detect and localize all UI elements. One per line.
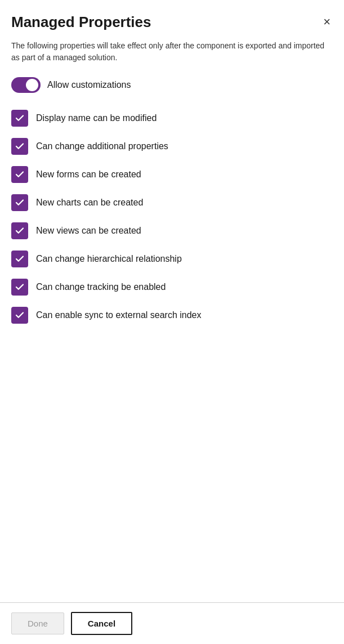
checkbox-label-1: Display name can be modified (36, 113, 157, 123)
checkbox-row: Can change additional properties (11, 132, 333, 160)
checkbox-row: New forms can be created (11, 160, 333, 189)
checkbox-row: Can change tracking be enabled (11, 273, 333, 301)
dialog-header: Managed Properties × (11, 14, 333, 31)
checkbox-row: Display name can be modified (11, 104, 333, 132)
checkbox-box-2[interactable] (11, 138, 28, 155)
close-button[interactable]: × (321, 14, 333, 30)
checkbox-box-4[interactable] (11, 194, 28, 211)
managed-properties-dialog: Managed Properties × The following prope… (0, 0, 344, 644)
checkbox-label-2: Can change additional properties (36, 141, 168, 151)
allow-customizations-toggle-row: Allow customizations (11, 77, 333, 93)
dialog-footer: Done Cancel (0, 602, 344, 644)
checkbox-box-3[interactable] (11, 166, 28, 183)
checkbox-label-3: New forms can be created (36, 169, 141, 180)
checkbox-box-1[interactable] (11, 110, 28, 127)
toggle-slider (11, 77, 41, 93)
cancel-button[interactable]: Cancel (71, 612, 132, 635)
done-button[interactable]: Done (11, 612, 64, 634)
checkbox-box-6[interactable] (11, 251, 28, 267)
allow-customizations-toggle[interactable] (11, 77, 41, 93)
checkbox-box-5[interactable] (11, 222, 28, 239)
checkbox-box-7[interactable] (11, 279, 28, 296)
checkbox-list: Display name can be modified Can change … (11, 104, 333, 329)
dialog-title: Managed Properties (11, 14, 151, 31)
checkbox-row: New charts can be created (11, 189, 333, 217)
checkbox-label-5: New views can be created (36, 226, 141, 236)
checkbox-row: Can change hierarchical relationship (11, 245, 333, 273)
checkbox-label-8: Can enable sync to external search index (36, 310, 202, 320)
checkbox-row: New views can be created (11, 217, 333, 245)
checkbox-label-7: Can change tracking be enabled (36, 282, 166, 292)
dialog-description: The following properties will take effec… (11, 40, 333, 64)
checkbox-box-8[interactable] (11, 307, 28, 324)
checkbox-label-6: Can change hierarchical relationship (36, 254, 182, 264)
dialog-content: Managed Properties × The following prope… (0, 0, 344, 602)
toggle-label: Allow customizations (47, 80, 131, 90)
checkbox-row: Can enable sync to external search index (11, 301, 333, 329)
checkbox-label-4: New charts can be created (36, 198, 143, 208)
